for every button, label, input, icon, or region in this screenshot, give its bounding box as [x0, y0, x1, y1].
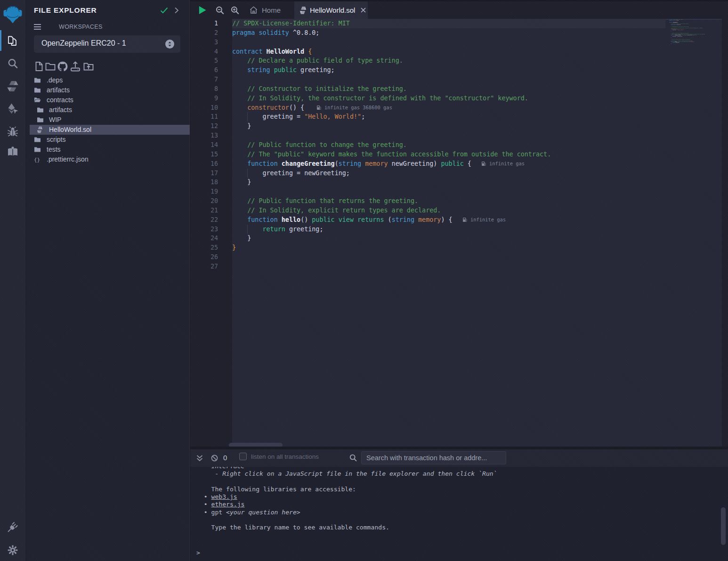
workspaces-menu-icon[interactable] [34, 24, 41, 30]
github-icon[interactable] [57, 61, 68, 72]
minimap[interactable]: // SPDX-License-Identifier: MITpragma so… [665, 19, 722, 447]
transaction-count-badge: 0 [223, 454, 227, 462]
new-file-icon[interactable] [33, 61, 45, 72]
tree-item-artifacts[interactable]: artifacts [26, 105, 189, 115]
terminal-line: The following libraries are accessible: [196, 486, 497, 493]
code-line-26 [232, 252, 665, 262]
tree-item-label: artifacts [49, 106, 72, 114]
tab-home-label: Home [262, 6, 281, 14]
terminal-line [196, 478, 497, 486]
tree-item-contracts[interactable]: contracts [26, 95, 189, 105]
code-line-14: // Public function to change the greetin… [232, 140, 665, 150]
tree-item-label: WIP [49, 116, 61, 123]
solidity-compiler-icon [7, 80, 19, 92]
code-line-13 [232, 131, 665, 140]
tab-home[interactable]: Home [245, 1, 292, 19]
terminal-line: interface [196, 467, 497, 470]
tree-item-scripts[interactable]: scripts [26, 135, 189, 145]
folder-icon [34, 77, 41, 84]
tree-item-helloworld-sol[interactable]: HelloWorld.sol [30, 125, 190, 135]
zoom-in-icon[interactable] [231, 6, 239, 15]
tab-helloworld[interactable]: HelloWorld.sol [294, 1, 368, 19]
home-icon [250, 6, 258, 14]
terminal-link[interactable]: ethers.js [211, 501, 245, 508]
run-script-button[interactable] [198, 6, 207, 15]
gear-icon [7, 544, 19, 556]
line-number: 11 [190, 112, 218, 122]
sidebar-item-settings[interactable] [0, 540, 25, 561]
code-line-19 [232, 187, 665, 196]
folder-icon [34, 87, 41, 94]
code-line-27 [232, 262, 665, 271]
remix-logo-icon[interactable] [3, 4, 22, 24]
tree-item--deps[interactable]: .deps [26, 75, 189, 85]
code-line-24: } [232, 234, 665, 243]
line-number: 3 [190, 38, 218, 47]
code-line-22: function hello() public view returns (st… [232, 215, 665, 225]
code-line-2: pragma solidity ^0.8.0; [232, 28, 665, 38]
folder-icon [34, 146, 41, 153]
terminal-panel: 0 listen on all transactions interface -… [190, 447, 728, 561]
indent-guide [247, 225, 248, 234]
tree-item-label: scripts [47, 136, 65, 143]
new-folder-icon[interactable] [45, 61, 56, 72]
code-line-27 [669, 47, 722, 48]
close-tab-icon[interactable] [360, 7, 366, 13]
zoom-out-icon[interactable] [216, 6, 224, 15]
clear-console-icon[interactable] [211, 455, 218, 462]
listen-transactions-label: listen on all transactions [251, 453, 319, 460]
terminal-link[interactable]: web3.js [211, 493, 237, 500]
line-number: 25 [190, 243, 218, 252]
terminal-scrollbar[interactable] [721, 507, 726, 545]
code-line-11: greeting = "Hello, World!"; [232, 112, 665, 122]
line-number: 21 [190, 206, 218, 215]
sidebar-item-deploy-run[interactable] [0, 98, 25, 119]
tree-item-label: .deps [47, 76, 63, 84]
terminal-prompt[interactable]: > [196, 549, 497, 557]
tree-item-wip[interactable]: WIP [26, 115, 189, 125]
tree-item-label: artifacts [47, 86, 70, 94]
upload-file-icon[interactable] [70, 61, 81, 72]
check-icon[interactable] [160, 7, 168, 14]
sidebar-item-debugger[interactable] [0, 122, 25, 142]
line-number: 9 [190, 94, 218, 103]
terminal-output[interactable]: interface - Right click on a JavaScript … [190, 467, 728, 561]
sidebar-item-solidity-compiler[interactable] [0, 76, 25, 97]
plug-icon [7, 521, 19, 533]
icon-sidebar [0, 0, 25, 561]
code-line-7 [232, 75, 665, 84]
line-number-gutter: 1234567891011121314151617181920212223242… [190, 19, 218, 271]
line-number: 24 [190, 234, 218, 243]
code-line-25: } [232, 243, 665, 252]
folder-open-icon [34, 97, 41, 104]
chevron-right-icon[interactable] [173, 7, 179, 14]
folder-icon [37, 116, 44, 123]
code-line-8: // Constructor to initialize the greetin… [232, 84, 665, 94]
sidebar-item-plugin-manager[interactable] [0, 517, 25, 537]
listen-transactions-checkbox[interactable] [239, 453, 247, 460]
tree-item-tests[interactable]: tests [26, 145, 189, 154]
upload-folder-icon[interactable] [83, 61, 94, 72]
line-number: 17 [190, 169, 218, 178]
code-editor[interactable]: 1234567891011121314151617181920212223242… [190, 19, 728, 447]
indent-guide [247, 112, 248, 122]
solidity-file-icon [300, 6, 306, 15]
code-line-4: contract HelloWorld { [232, 47, 665, 57]
sidebar-item-search[interactable] [0, 53, 25, 74]
line-number: 12 [190, 122, 218, 131]
folder-icon [34, 136, 41, 143]
terminal-toolbar: 0 listen on all transactions [190, 449, 728, 467]
gas-estimate-annotation: infinite gas [481, 159, 525, 169]
workspace-switch-icon[interactable] [165, 40, 174, 49]
terminal-search-input[interactable] [361, 451, 506, 464]
code-line-20: // Public function that returns the gree… [232, 196, 665, 206]
panel-title: FILE EXPLORER [34, 6, 97, 15]
workspace-dropdown[interactable]: OpenZeppelin ERC20 - 1 [34, 35, 180, 53]
line-number: 15 [190, 150, 218, 159]
tree-item--prettierrc-json[interactable]: {}.prettierrc.json [26, 154, 189, 164]
code-content: // SPDX-License-Identifier: MITpragma so… [232, 19, 665, 271]
sidebar-item-learneth[interactable] [0, 141, 25, 162]
sidebar-item-file-explorer[interactable] [0, 30, 25, 51]
tree-item-artifacts[interactable]: artifacts [26, 85, 189, 95]
expand-terminal-icon[interactable] [196, 455, 203, 462]
